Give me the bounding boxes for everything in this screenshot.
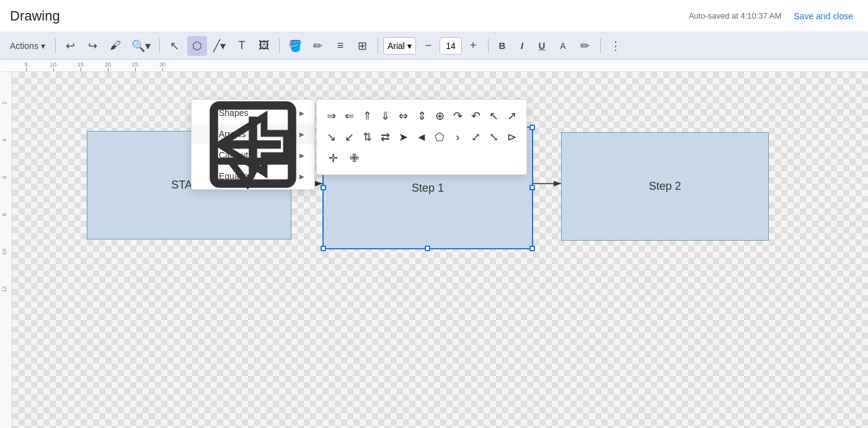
arrow-row-1: ⇒ ⇐ ⇑ ⇓ ⇔ ⇕ ⊕ ↷ ↶ ↖ ↗ xyxy=(324,107,519,125)
svg-text:10: 10 xyxy=(1,249,7,255)
handle-br[interactable] xyxy=(529,246,535,251)
header: Drawing Auto-saved at 4:10:37 AM Save an… xyxy=(0,0,868,32)
arrow-left-item[interactable]: ⇐ xyxy=(342,107,356,125)
arrow-curved-right-item[interactable]: ↷ xyxy=(451,107,465,125)
arrow-split-item[interactable]: ⤢ xyxy=(469,128,483,146)
arrow-merge-item[interactable]: ⤡ xyxy=(487,128,501,146)
left-ruler: 2 4 6 8 10 12 xyxy=(0,72,12,428)
step2-node[interactable]: Step 2 xyxy=(561,132,769,241)
toolbar: Actions ▾ ↩ ↪ 🖌 🔍▾ ↖ ⬡ ╱▾ T 🖼 🪣 ✏ ≡ ⊞ Ar… xyxy=(0,32,868,60)
font-size-increase-button[interactable]: + xyxy=(463,36,483,56)
font-name: Arial xyxy=(388,41,405,51)
ruler-mark: 5 xyxy=(12,61,40,71)
callouts-icon xyxy=(202,149,213,161)
arrow-down-item[interactable]: ⇓ xyxy=(378,107,392,125)
canvas-wrapper: 2 4 6 8 10 12 START xyxy=(0,72,868,428)
more-options-button[interactable]: ⋮ xyxy=(606,36,626,56)
callouts-item-left: Call outs xyxy=(202,149,252,161)
shapes-arrow-icon: ▶ xyxy=(299,110,304,117)
zoom-button[interactable]: 🔍▾ xyxy=(128,36,154,56)
arrow-diag-item[interactable]: ✙ xyxy=(345,149,363,167)
equation-arrow-icon: ▶ xyxy=(299,173,304,180)
arrow-up-item[interactable]: ⇑ xyxy=(360,107,374,125)
arrow-ud-item[interactable]: ⇕ xyxy=(414,107,428,125)
arrow-ne-item[interactable]: ↗ xyxy=(505,107,519,125)
arrow-row-3: ✛ ✙ xyxy=(324,149,519,167)
paint-format-button[interactable]: 🖌 xyxy=(105,36,125,56)
arrow-fat-left-item[interactable]: ◄ xyxy=(414,128,428,146)
header-right: Auto-saved at 4:10:37 AM Save and close xyxy=(689,9,858,24)
text-color-button[interactable]: A xyxy=(553,36,573,56)
svg-text:6: 6 xyxy=(1,176,7,179)
drawing-canvas[interactable]: START Step 1 Step 2 xyxy=(12,72,868,428)
shapes-label: Shapes xyxy=(219,108,248,118)
equation-menu-item[interactable]: Equation ▶ xyxy=(192,166,314,187)
save-close-button[interactable]: Save and close xyxy=(789,9,858,24)
arrow-grid: ⇒ ⇐ ⇑ ⇓ ⇔ ⇕ ⊕ ↷ ↶ ↖ ↗ ↘ ↙ ⇅ ⇄ ➤ xyxy=(324,107,519,167)
undo-button[interactable]: ↩ xyxy=(61,36,81,56)
arrow-right-item[interactable]: ⇒ xyxy=(324,107,339,125)
arrow-cross-item[interactable]: ⊕ xyxy=(433,107,447,125)
bold-button[interactable]: B xyxy=(494,36,511,56)
callouts-menu-item[interactable]: Call outs ▶ xyxy=(192,145,314,166)
border-color-button[interactable]: ✏ xyxy=(308,36,328,56)
arrow-pent-item[interactable]: ⬠ xyxy=(433,128,447,146)
toolbar-divider-5 xyxy=(488,38,489,53)
fill-color-button[interactable]: 🪣 xyxy=(285,36,306,56)
arrow-lr-item[interactable]: ⇔ xyxy=(396,107,410,125)
equation-icon xyxy=(202,171,213,182)
handle-ml[interactable] xyxy=(321,185,326,190)
ruler-mark: 10 xyxy=(40,61,67,71)
distribute-button[interactable]: ⊞ xyxy=(353,36,373,56)
svg-text:8: 8 xyxy=(1,213,7,216)
handle-bl[interactable] xyxy=(321,246,326,251)
left-ruler-svg: 2 4 6 8 10 12 xyxy=(0,72,12,428)
arrow-nw-item[interactable]: ↖ xyxy=(487,107,501,125)
italic-button[interactable]: I xyxy=(513,36,531,56)
step1-label: Step 1 xyxy=(412,182,444,195)
arrow-4way-item[interactable]: ✛ xyxy=(324,149,342,167)
toolbar-divider-2 xyxy=(159,38,160,53)
font-size-input[interactable] xyxy=(440,37,462,55)
arrows-arrow-icon: ▶ xyxy=(299,131,304,138)
arrow-se-item[interactable]: ↘ xyxy=(324,128,339,146)
shapes-tool-button[interactable]: ⬡ xyxy=(187,36,207,56)
font-selector[interactable]: Arial ▾ xyxy=(383,37,416,55)
svg-text:12: 12 xyxy=(1,286,7,292)
toolbar-divider-3 xyxy=(279,38,280,53)
redo-button[interactable]: ↪ xyxy=(83,36,103,56)
ruler-mark: 25 xyxy=(122,61,149,71)
equation-item-left: Equation xyxy=(202,171,253,182)
arrow-double-lr-item[interactable]: ⇄ xyxy=(378,128,392,146)
image-tool-button[interactable]: 🖼 xyxy=(254,36,274,56)
font-size-decrease-button[interactable]: − xyxy=(418,36,438,56)
arrow-curved-left-item[interactable]: ↶ xyxy=(469,107,483,125)
line-tool-button[interactable]: ╱▾ xyxy=(210,36,229,56)
shapes-dropdown-menu: Shapes ▶ Arrows ▶ xyxy=(191,99,315,190)
arrow-double-ud-item[interactable]: ⇅ xyxy=(360,128,374,146)
arrows-label: Arrows xyxy=(219,129,246,139)
underline-button[interactable]: U xyxy=(533,36,551,56)
actions-label: Actions xyxy=(10,41,38,51)
font-chevron-icon: ▾ xyxy=(407,41,412,51)
align-button[interactable]: ≡ xyxy=(330,36,350,56)
select-tool-button[interactable]: ↖ xyxy=(165,36,185,56)
handle-bm[interactable] xyxy=(425,246,430,251)
actions-chevron-icon: ▾ xyxy=(41,41,45,51)
text-tool-button[interactable]: T xyxy=(232,36,252,56)
arrow-row-2: ↘ ↙ ⇅ ⇄ ➤ ◄ ⬠ › ⤢ ⤡ ⊳ xyxy=(324,128,519,146)
callouts-arrow-icon: ▶ xyxy=(299,152,304,159)
equation-label: Equation xyxy=(219,171,253,181)
arrow-fat-right-item[interactable]: ➤ xyxy=(396,128,410,146)
actions-menu-button[interactable]: Actions ▾ xyxy=(5,36,50,56)
arrow-notch-item[interactable]: ⊳ xyxy=(505,128,519,146)
ruler-mark: 30 xyxy=(149,61,176,71)
highlight-button[interactable]: ✏ xyxy=(575,36,595,56)
arrow-sw-item[interactable]: ↙ xyxy=(342,128,356,146)
arrow-chevron-item[interactable]: › xyxy=(451,128,465,146)
toolbar-divider-6 xyxy=(600,38,601,53)
handle-mr[interactable] xyxy=(529,185,535,190)
handle-tr[interactable] xyxy=(529,125,535,130)
arrows-menu-item[interactable]: Arrows ▶ xyxy=(192,123,314,145)
shapes-menu-item[interactable]: Shapes ▶ xyxy=(192,102,314,123)
